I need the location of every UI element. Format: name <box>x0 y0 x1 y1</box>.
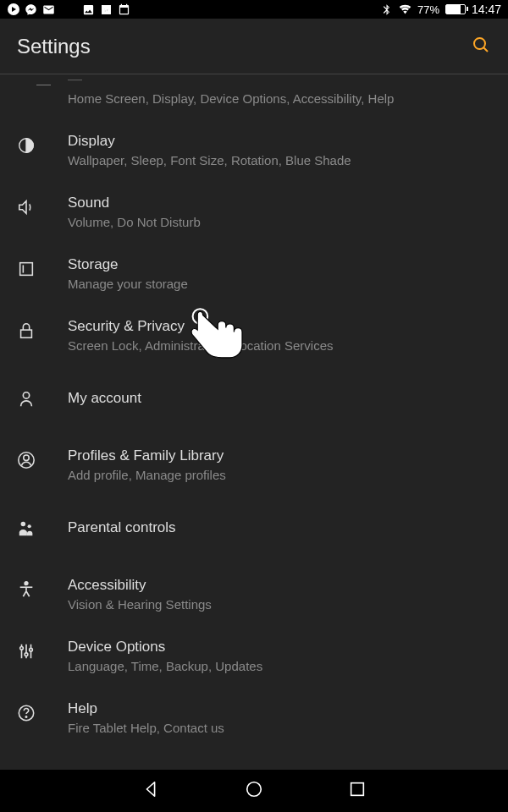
display-subtitle: Wallpaper, Sleep, Font Size, Rotation, B… <box>68 153 491 167</box>
svg-point-21 <box>20 647 24 650</box>
play-icon <box>7 3 19 16</box>
svg-rect-7 <box>21 330 32 337</box>
storage-subtitle: Manage your storage <box>68 277 491 291</box>
accessibility-title: Accessibility <box>68 577 491 594</box>
volume-icon <box>17 181 51 217</box>
svg-point-22 <box>25 653 28 656</box>
contrast-icon <box>17 119 51 155</box>
accessibility-subtitle: Vision & Hearing Settings <box>68 597 491 612</box>
device-subtitle: Language, Time, Backup, Updates <box>68 659 491 673</box>
settings-item-display[interactable]: Display Wallpaper, Sleep, Font Size, Rot… <box>0 119 508 181</box>
nav-back-button[interactable] <box>141 780 160 802</box>
settings-item-truncated[interactable]: — Home Screen, Display, Device Options, … <box>0 74 508 119</box>
bluetooth-icon <box>380 3 393 16</box>
sound-title: Sound <box>68 195 491 211</box>
lock-icon <box>17 304 51 340</box>
settings-item-accessibility[interactable]: Accessibility Vision & Hearing Settings <box>0 563 508 625</box>
svg-point-26 <box>247 782 262 797</box>
security-subtitle: Screen Lock, Administrators, Location Se… <box>68 338 491 353</box>
svg-line-3 <box>483 47 488 52</box>
settings-item-parental[interactable]: Parental controls <box>0 496 508 563</box>
svg-line-16 <box>23 591 26 596</box>
svg-point-10 <box>24 455 29 460</box>
email-icon <box>42 3 55 16</box>
storage-title: Storage <box>68 256 491 273</box>
app-header: Settings <box>0 19 508 74</box>
svg-rect-5 <box>20 263 33 276</box>
family-icon <box>17 496 51 538</box>
sound-subtitle: Volume, Do Not Disturb <box>68 215 491 229</box>
settings-item-legal[interactable]: Legal & Compliance <box>0 749 508 770</box>
storage-icon <box>17 243 51 278</box>
status-bar: a 77% 14:47 <box>0 0 508 19</box>
settings-item-sound[interactable]: Sound Volume, Do Not Disturb <box>0 181 508 243</box>
device-title: Device Options <box>68 639 491 656</box>
legal-icon <box>17 749 51 770</box>
messenger-icon <box>25 3 37 16</box>
account-title: My account <box>68 390 491 407</box>
search-button[interactable] <box>471 35 491 58</box>
person-icon <box>17 366 51 409</box>
profiles-title: Profiles & Family Library <box>68 447 491 464</box>
display-title: Display <box>68 133 491 150</box>
navigation-bar <box>0 770 508 812</box>
settings-item-storage[interactable]: Storage Manage your storage <box>0 243 508 304</box>
settings-list: — Home Screen, Display, Device Options, … <box>0 74 508 770</box>
nav-home-button[interactable] <box>245 780 263 802</box>
svg-point-2 <box>474 38 485 49</box>
calendar-icon <box>118 3 130 16</box>
battery-icon <box>445 4 466 14</box>
accessibility-icon <box>17 563 51 599</box>
svg-point-8 <box>23 392 29 398</box>
help-icon <box>17 687 51 722</box>
parental-title: Parental controls <box>68 519 491 536</box>
amazon-icon: a <box>100 3 113 16</box>
svg-point-11 <box>21 522 25 527</box>
page-title: Settings <box>17 35 91 58</box>
settings-item-help[interactable]: Help Fire Tablet Help, Contact us <box>0 687 508 749</box>
svg-point-25 <box>25 716 26 717</box>
profiles-icon <box>17 434 51 469</box>
svg-line-17 <box>26 591 30 596</box>
settings-item-security[interactable]: Security & Privacy Screen Lock, Administ… <box>0 304 508 366</box>
security-title: Security & Privacy <box>68 318 491 335</box>
help-title: Help <box>68 700 491 717</box>
svg-text:a: a <box>104 6 108 14</box>
photo-icon <box>82 3 95 16</box>
svg-point-13 <box>25 582 28 585</box>
settings-item-device[interactable]: Device Options Language, Time, Backup, U… <box>0 625 508 687</box>
sliders-icon <box>17 625 51 661</box>
settings-item-profiles[interactable]: Profiles & Family Library Add profile, M… <box>0 434 508 496</box>
help-subtitle: Fire Tablet Help, Contact us <box>68 721 491 735</box>
settings-item-account[interactable]: My account <box>0 366 508 434</box>
svg-point-12 <box>28 524 31 528</box>
truncated-subtitle: Home Screen, Display, Device Options, Ac… <box>68 91 491 106</box>
svg-rect-27 <box>351 783 364 796</box>
status-time: 14:47 <box>472 3 501 16</box>
profiles-subtitle: Add profile, Manage profiles <box>68 468 491 482</box>
svg-point-23 <box>30 648 33 651</box>
battery-percentage: 77% <box>417 3 439 16</box>
wifi-icon <box>399 3 411 16</box>
nav-recent-button[interactable] <box>348 780 367 802</box>
